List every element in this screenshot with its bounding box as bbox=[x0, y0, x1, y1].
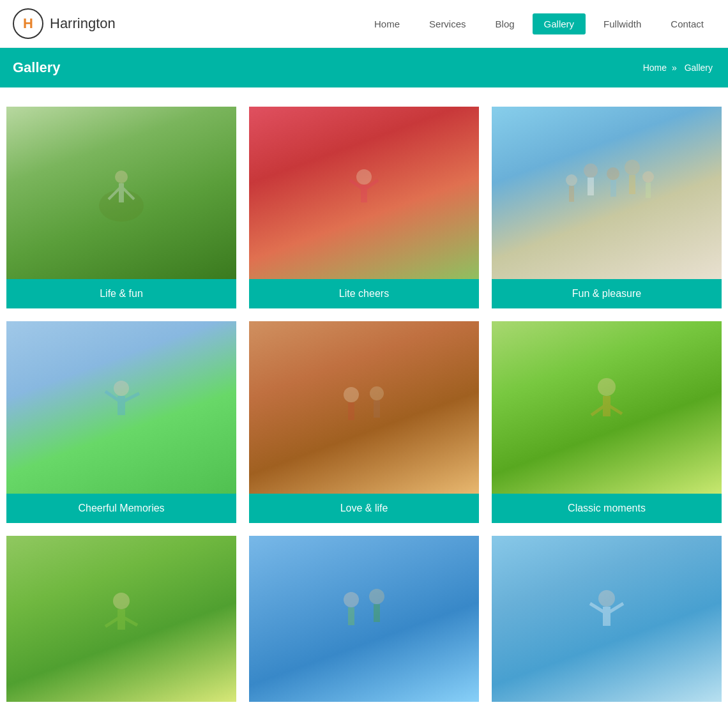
svg-rect-12 bbox=[588, 178, 594, 195]
site-header: H Harrington Home Services Blog Gallery … bbox=[0, 0, 728, 48]
caption-text-1: Life & fun bbox=[100, 288, 143, 299]
nav-services[interactable]: Services bbox=[418, 13, 478, 34]
svg-point-39 bbox=[598, 590, 615, 607]
caption-text-3: Fun & pleasure bbox=[572, 288, 642, 299]
svg-point-13 bbox=[607, 167, 619, 180]
svg-point-35 bbox=[344, 592, 359, 607]
gallery-image-9 bbox=[492, 536, 722, 702]
gallery-item-4[interactable]: Cheerful Memories bbox=[6, 321, 236, 523]
logo-letter: H bbox=[23, 15, 33, 32]
nav-blog[interactable]: Blog bbox=[484, 13, 526, 34]
caption-text-6: Classic moments bbox=[568, 503, 646, 513]
svg-rect-18 bbox=[646, 183, 651, 198]
nav-contact[interactable]: Contact bbox=[659, 13, 715, 34]
gallery-image-3 bbox=[492, 107, 722, 279]
gallery-image-4 bbox=[6, 321, 236, 494]
svg-point-23 bbox=[344, 387, 359, 402]
svg-point-37 bbox=[369, 589, 384, 604]
breadcrumb: Home » Gallery bbox=[643, 63, 715, 73]
nav-gallery[interactable]: Gallery bbox=[533, 13, 586, 34]
svg-rect-40 bbox=[603, 607, 610, 626]
svg-point-31 bbox=[113, 593, 130, 609]
caption-text-5: Love & life bbox=[340, 503, 388, 513]
logo-name: Harrington bbox=[50, 15, 116, 32]
page-title: Gallery bbox=[13, 59, 61, 76]
breadcrumb-bar: Gallery Home » Gallery bbox=[0, 48, 728, 87]
gallery-item-5[interactable]: Love & life bbox=[249, 321, 479, 523]
nav-fullwidth[interactable]: Fullwidth bbox=[592, 13, 653, 34]
caption-text-2: Lite cheers bbox=[339, 288, 389, 299]
svg-rect-10 bbox=[569, 186, 574, 202]
gallery-caption-1: Life & fun bbox=[6, 279, 236, 308]
nav-home[interactable]: Home bbox=[363, 13, 411, 34]
site-logo[interactable]: H Harrington bbox=[13, 8, 116, 39]
svg-point-27 bbox=[598, 378, 616, 396]
gallery-item-6[interactable]: Classic moments bbox=[492, 321, 722, 523]
gallery-caption-3: Fun & pleasure bbox=[492, 279, 722, 308]
breadcrumb-separator: » bbox=[672, 63, 677, 73]
svg-rect-14 bbox=[610, 180, 616, 197]
svg-point-9 bbox=[566, 174, 577, 186]
gallery-item-9[interactable] bbox=[492, 536, 722, 702]
svg-rect-2 bbox=[119, 183, 124, 202]
svg-point-15 bbox=[625, 160, 640, 175]
gallery-item-2[interactable]: Lite cheers bbox=[249, 107, 479, 308]
gallery-item-3[interactable]: Fun & pleasure bbox=[492, 107, 722, 308]
gallery-caption-4: Cheerful Memories bbox=[6, 494, 236, 523]
svg-point-17 bbox=[642, 171, 654, 183]
caption-text-4: Cheerful Memories bbox=[78, 503, 164, 513]
gallery-item-1[interactable]: Life & fun bbox=[6, 107, 236, 308]
gallery-image-1 bbox=[6, 107, 236, 279]
svg-rect-36 bbox=[348, 607, 354, 625]
gallery-section: Life & fun Lite cheers bbox=[0, 87, 728, 721]
gallery-caption-5: Love & life bbox=[249, 494, 479, 523]
gallery-grid: Life & fun Lite cheers bbox=[6, 107, 722, 702]
gallery-image-7 bbox=[6, 536, 236, 702]
breadcrumb-home-link[interactable]: Home bbox=[643, 63, 667, 73]
logo-circle: H bbox=[13, 8, 43, 39]
main-nav: Home Services Blog Gallery Fullwidth Con… bbox=[363, 13, 715, 34]
svg-point-11 bbox=[584, 163, 598, 178]
svg-rect-26 bbox=[374, 400, 380, 418]
svg-point-25 bbox=[370, 386, 384, 400]
gallery-item-8[interactable] bbox=[249, 536, 479, 702]
gallery-image-6 bbox=[492, 321, 722, 494]
svg-rect-24 bbox=[348, 402, 354, 420]
svg-point-1 bbox=[115, 171, 128, 183]
breadcrumb-current: Gallery bbox=[685, 63, 713, 73]
gallery-item-7[interactable] bbox=[6, 536, 236, 702]
gallery-caption-6: Classic moments bbox=[492, 494, 722, 523]
gallery-caption-2: Lite cheers bbox=[249, 279, 479, 308]
svg-point-5 bbox=[356, 169, 372, 185]
gallery-image-2 bbox=[249, 107, 479, 279]
svg-point-19 bbox=[114, 381, 129, 396]
svg-rect-38 bbox=[374, 604, 380, 622]
gallery-image-5 bbox=[249, 321, 479, 494]
gallery-image-8 bbox=[249, 536, 479, 702]
svg-rect-16 bbox=[629, 175, 635, 194]
